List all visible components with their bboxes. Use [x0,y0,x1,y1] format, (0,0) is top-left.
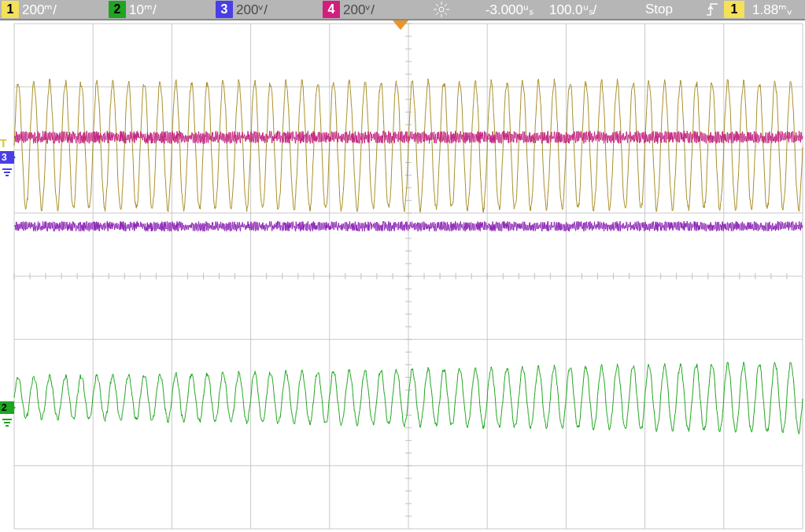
ch1-scale: 200ᵐ/ [22,2,109,18]
ch3-ground-marker: 3 [0,151,14,164]
rising-edge-icon [700,2,724,17]
ch4-scale: 200ᵛ/ [343,2,430,18]
ch3-scale: 200ᵛ/ [236,2,323,18]
right-arrow-icon [9,402,16,413]
svg-line-7 [436,13,438,15]
waveform-area[interactable]: T 3 2 [0,20,805,532]
trigger-source-badge[interactable]: 1 [724,1,744,18]
time-per-div: 100.0ᵘₛ/ [543,2,637,18]
trigger-level: 1.88ᵐᵥ [748,2,792,18]
ch1-badge[interactable]: 1 [2,1,19,18]
svg-line-5 [436,4,438,6]
right-arrow-icon [9,152,16,163]
ch4-badge[interactable]: 4 [323,1,340,18]
ch3-badge[interactable]: 3 [216,1,233,18]
ch2-badge[interactable]: 2 [109,1,126,18]
ch2-ground-label: 2 [0,401,9,414]
svg-point-0 [439,7,444,12]
timebase-icon [430,1,453,18]
svg-line-8 [445,4,447,6]
ch2-scale: 10ᵐ/ [129,2,216,18]
scope-topbar: 1 200ᵐ/ 2 10ᵐ/ 3 200ᵛ/ 4 200ᵛ/ -3.000ᵘₛ … [0,0,805,20]
run-status[interactable]: Stop [637,2,700,17]
svg-line-6 [445,13,447,15]
ch3-ground-label: 3 [0,151,9,164]
trigger-time-marker-icon [393,20,408,30]
trigger-level-marker: T [0,137,7,150]
waveform-canvas [0,20,805,532]
ch2-ground-marker: 2 [0,401,14,414]
ground-symbol-icon [2,165,13,176]
ground-symbol-icon [2,416,13,427]
time-delay: -3.000ᵘₛ [456,2,543,18]
